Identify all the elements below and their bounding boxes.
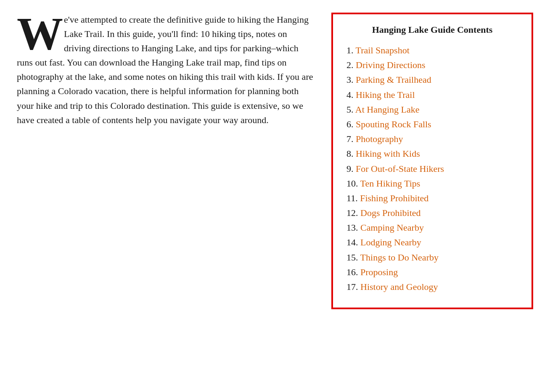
- toc-list-item: 13. Camping Nearby: [346, 220, 518, 235]
- toc-list-item: 6. Spouting Rock Falls: [346, 117, 518, 132]
- toc-item-link[interactable]: Proposing: [360, 267, 398, 277]
- toc-list-item: 5. At Hanging Lake: [346, 102, 518, 117]
- toc-item-link[interactable]: Parking & Trailhead: [356, 74, 431, 85]
- toc-item-link[interactable]: Dogs Prohibited: [360, 208, 421, 218]
- toc-item-link[interactable]: Hiking the Trail: [356, 89, 415, 100]
- toc-item-link[interactable]: Driving Directions: [356, 60, 426, 70]
- toc-item-link[interactable]: Hiking with Kids: [356, 148, 420, 159]
- toc-item-link[interactable]: Fishing Prohibited: [360, 193, 428, 203]
- toc-item-number: 13.: [346, 222, 360, 233]
- toc-item-link[interactable]: At Hanging Lake: [355, 104, 420, 115]
- intro-paragraph: We've attempted to create the definitive…: [17, 13, 315, 127]
- toc-list-item: 10. Ten Hiking Tips: [346, 176, 518, 191]
- toc-item-number: 3.: [346, 74, 356, 85]
- toc-list: 1. Trail Snapshot2. Driving Directions3.…: [346, 43, 518, 294]
- toc-list-item: 8. Hiking with Kids: [346, 146, 518, 161]
- toc-list-item: 4. Hiking the Trail: [346, 87, 518, 102]
- toc-list-item: 11. Fishing Prohibited: [346, 191, 518, 205]
- table-of-contents-box: Hanging Lake Guide Contents 1. Trail Sna…: [331, 13, 533, 309]
- toc-item-link[interactable]: Things to Do Nearby: [360, 252, 439, 263]
- toc-list-item: 7. Photography: [346, 132, 518, 146]
- page-container: We've attempted to create the definitive…: [17, 13, 533, 309]
- toc-item-number: 12.: [346, 208, 360, 218]
- toc-item-link[interactable]: History and Geology: [360, 282, 438, 292]
- toc-item-number: 17.: [346, 282, 360, 292]
- toc-item-number: 14.: [346, 237, 360, 247]
- toc-list-item: 12. Dogs Prohibited: [346, 205, 518, 220]
- toc-list-item: 2. Driving Directions: [346, 58, 518, 72]
- toc-item-link[interactable]: Photography: [356, 134, 403, 144]
- toc-item-number: 11.: [346, 193, 360, 203]
- toc-item-link[interactable]: Ten Hiking Tips: [360, 178, 420, 189]
- drop-cap-letter: W: [17, 14, 63, 54]
- toc-list-item: 15. Things to Do Nearby: [346, 250, 518, 265]
- toc-list-item: 16. Proposing: [346, 265, 518, 279]
- toc-item-link[interactable]: Trail Snapshot: [356, 45, 410, 55]
- toc-item-link[interactable]: Lodging Nearby: [360, 237, 421, 247]
- toc-list-item: 17. History and Geology: [346, 279, 518, 294]
- toc-list-item: 9. For Out-of-State Hikers: [346, 161, 518, 176]
- toc-item-number: 1.: [346, 45, 356, 55]
- toc-item-number: 16.: [346, 267, 360, 277]
- toc-item-number: 8.: [346, 148, 356, 159]
- left-column: We've attempted to create the definitive…: [17, 13, 315, 127]
- toc-item-link[interactable]: For Out-of-State Hikers: [356, 163, 444, 174]
- toc-item-number: 2.: [346, 60, 356, 70]
- toc-item-number: 7.: [346, 134, 356, 144]
- toc-item-number: 10.: [346, 178, 360, 189]
- toc-item-number: 15.: [346, 252, 360, 263]
- toc-item-link[interactable]: Camping Nearby: [360, 222, 424, 233]
- toc-item-number: 6.: [346, 119, 356, 129]
- toc-list-item: 3. Parking & Trailhead: [346, 72, 518, 87]
- toc-item-link[interactable]: Spouting Rock Falls: [356, 119, 431, 129]
- toc-item-number: 5.: [346, 104, 355, 115]
- toc-item-number: 9.: [346, 163, 356, 174]
- toc-item-number: 4.: [346, 89, 356, 100]
- toc-list-item: 1. Trail Snapshot: [346, 43, 518, 58]
- toc-list-item: 14. Lodging Nearby: [346, 235, 518, 250]
- toc-title: Hanging Lake Guide Contents: [346, 24, 518, 35]
